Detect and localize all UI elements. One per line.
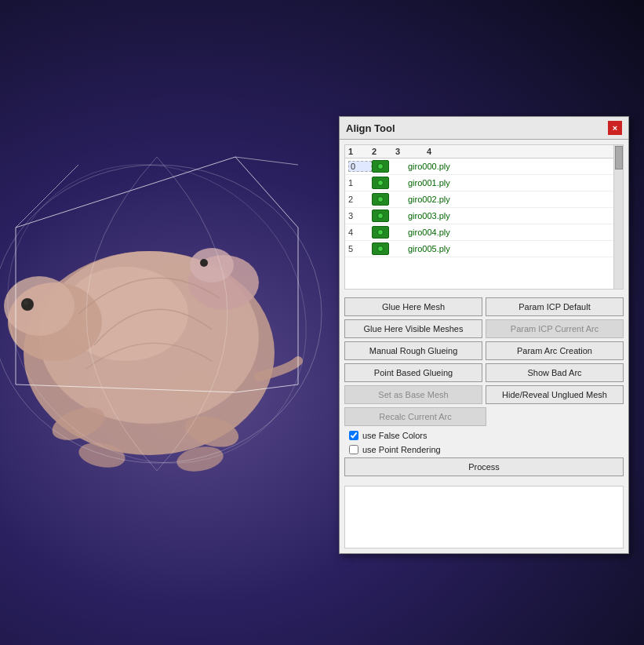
- svg-point-7: [188, 255, 259, 310]
- svg-line-21: [235, 157, 298, 165]
- svg-point-13: [175, 443, 225, 475]
- svg-line-19: [235, 384, 298, 392]
- row-index-2: 2: [348, 195, 372, 204]
- eye-inner-2: [377, 196, 384, 202]
- dialog-title: Align Tool: [346, 122, 395, 134]
- mesh-name-5: giro005.ply: [392, 244, 620, 253]
- visibility-icon-1[interactable]: [372, 177, 389, 189]
- point-rendering-label: use Point Rendering: [362, 445, 441, 454]
- false-colors-label: use False Colors: [362, 431, 428, 440]
- svg-line-15: [235, 157, 298, 228]
- button-row-1: Glue Here Mesh Param ICP Default: [344, 297, 624, 316]
- mesh-name-1: giro001.ply: [392, 178, 620, 188]
- row-index-0: 0: [348, 161, 372, 172]
- log-area: [344, 486, 624, 548]
- visibility-icon-5[interactable]: [372, 242, 389, 255]
- svg-point-0: [24, 251, 275, 455]
- param-arc-creation-button[interactable]: Param Arc Creation: [486, 341, 624, 360]
- row-index-1: 1: [348, 178, 372, 188]
- eye-inner-5: [377, 246, 384, 252]
- svg-point-5: [21, 298, 34, 311]
- table-row[interactable]: 3 giro003.ply: [345, 208, 623, 224]
- show-bad-arc-button[interactable]: Show Bad Arc: [486, 363, 624, 382]
- svg-point-22: [0, 165, 322, 463]
- col-header-4: 4: [427, 147, 620, 156]
- button-row-3: Manual Rough Glueing Param Arc Creation: [344, 341, 624, 360]
- row-index-4: 4: [348, 228, 372, 237]
- row-index-5: 5: [348, 244, 372, 253]
- buttons-area: Glue Here Mesh Param ICP Default Glue He…: [340, 294, 628, 483]
- visibility-icon-3[interactable]: [372, 210, 389, 222]
- visibility-icon-4[interactable]: [372, 226, 389, 239]
- svg-point-1: [39, 251, 259, 424]
- table-row[interactable]: 0 giro000.ply: [345, 159, 623, 175]
- param-icp-default-button[interactable]: Param ICP Default: [486, 297, 624, 316]
- button-row-5: Set as Base Mesh Hide/Reveal Unglued Mes…: [344, 385, 624, 404]
- set-as-base-mesh-button: Set as Base Mesh: [344, 385, 482, 404]
- svg-point-4: [4, 276, 75, 336]
- recalc-current-button: Recalc Current Arc: [344, 407, 486, 426]
- mesh-name-2: giro002.ply: [392, 195, 620, 204]
- visibility-icon-0[interactable]: [372, 160, 389, 173]
- glue-here-visible-button[interactable]: Glue Here Visible Meshes: [344, 319, 482, 338]
- param-icp-current-button: Param ICP Current Arc: [486, 319, 624, 338]
- button-row-7: Process: [344, 457, 624, 476]
- scrollbar-thumb[interactable]: [615, 146, 623, 169]
- col-header-1: 1: [348, 147, 372, 156]
- button-row-2: Glue Here Visible Meshes Param ICP Curre…: [344, 319, 624, 338]
- align-tool-dialog: Align Tool × 1 2 3 4 0 giro000.ply 1 gir…: [339, 116, 629, 554]
- point-rendering-row: use Point Rendering: [344, 443, 624, 456]
- svg-point-8: [190, 248, 234, 282]
- table-header: 1 2 3 4: [345, 145, 623, 159]
- eye-inner-3: [377, 213, 384, 219]
- svg-point-10: [48, 401, 109, 446]
- table-row[interactable]: 4 giro004.ply: [345, 224, 623, 241]
- row-index-3: 3: [348, 211, 372, 220]
- svg-point-12: [77, 439, 127, 471]
- bounding-box: [0, 0, 337, 645]
- hide-reveal-button[interactable]: Hide/Reveal Unglued Mesh: [486, 385, 624, 404]
- col-header-2: 2: [372, 147, 395, 156]
- svg-point-6: [24, 301, 28, 305]
- svg-point-9: [200, 259, 208, 267]
- visibility-icon-2[interactable]: [372, 193, 389, 206]
- svg-line-18: [16, 384, 235, 392]
- false-colors-row: use False Colors: [344, 429, 624, 442]
- mesh-name-4: giro004.ply: [392, 228, 620, 237]
- point-rendering-checkbox[interactable]: [349, 445, 358, 454]
- button-row-6: Recalc Current Arc: [344, 407, 624, 426]
- svg-line-20: [16, 165, 78, 228]
- manual-rough-button[interactable]: Manual Rough Glueing: [344, 341, 482, 360]
- scrollbar-track[interactable]: [613, 145, 623, 289]
- mesh-name-0: giro000.ply: [392, 162, 620, 171]
- turtle-scene: [0, 94, 337, 565]
- svg-point-23: [0, 103, 337, 524]
- point-based-button[interactable]: Point Based Glueing: [344, 363, 482, 382]
- mesh-name-3: giro003.ply: [392, 211, 620, 220]
- eye-inner-1: [377, 180, 384, 186]
- svg-line-14: [16, 157, 235, 228]
- table-row[interactable]: 5 giro005.ply: [345, 241, 623, 257]
- false-colors-checkbox[interactable]: [349, 431, 358, 440]
- mesh-table[interactable]: 1 2 3 4 0 giro000.ply 1 giro001.ply 2: [344, 144, 624, 290]
- svg-point-3: [8, 282, 102, 361]
- table-row[interactable]: 2 giro002.ply: [345, 191, 623, 208]
- glue-here-mesh-button[interactable]: Glue Here Mesh: [344, 297, 482, 316]
- eye-inner-4: [377, 229, 384, 235]
- svg-point-2: [63, 267, 188, 361]
- table-row[interactable]: 1 giro001.ply: [345, 175, 623, 191]
- dialog-titlebar: Align Tool ×: [340, 117, 628, 140]
- process-button[interactable]: Process: [344, 457, 624, 476]
- eye-inner-0: [377, 163, 384, 169]
- close-button[interactable]: ×: [608, 121, 622, 135]
- svg-point-11: [182, 411, 242, 453]
- col-header-3: 3: [395, 147, 427, 156]
- button-row-4: Point Based Glueing Show Bad Arc: [344, 363, 624, 382]
